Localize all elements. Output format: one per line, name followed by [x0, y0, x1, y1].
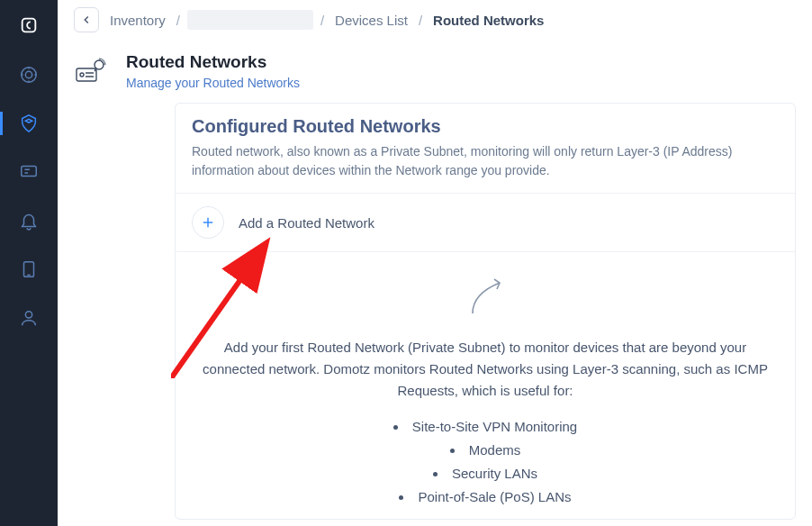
uses-item: Security LANs	[393, 463, 577, 485]
svg-point-5	[25, 312, 32, 318]
empty-state-text: Add your first Routed Network (Private S…	[197, 337, 773, 402]
uses-list: Site-to-Site VPN Monitoring Modems Secur…	[393, 414, 577, 510]
add-routed-network-row[interactable]: Add a Routed Network	[176, 193, 795, 252]
breadcrumb-sep: /	[320, 13, 324, 28]
nav-user[interactable]	[0, 294, 58, 342]
breadcrumb-sep: /	[419, 13, 422, 28]
page-subtitle: Manage your Routed Networks	[126, 76, 300, 90]
add-button-label: Add a Routed Network	[239, 215, 374, 231]
breadcrumb-item[interactable]: Inventory	[106, 9, 169, 32]
card-title: Configured Routed Networks	[192, 116, 779, 137]
svg-rect-3	[22, 167, 37, 177]
back-button[interactable]	[74, 7, 99, 32]
svg-rect-0	[23, 19, 36, 32]
routed-networks-icon	[74, 53, 110, 89]
add-button[interactable]	[192, 206, 224, 239]
nav-alerts[interactable]	[0, 196, 58, 245]
uses-item: Modems	[393, 440, 577, 461]
app-logo	[0, 0, 58, 50]
svg-point-7	[80, 73, 84, 77]
nav-inventory[interactable]	[0, 99, 58, 148]
nav-dashboard[interactable]	[0, 50, 58, 99]
breadcrumb: Inventory / / Devices List / Routed Netw…	[58, 0, 812, 40]
breadcrumb-item-current: Routed Networks	[429, 9, 547, 32]
uses-item: Site-to-Site VPN Monitoring	[393, 416, 577, 438]
svg-point-1	[22, 68, 37, 83]
nav-devices[interactable]	[0, 245, 58, 294]
page-header: Routed Networks Manage your Routed Netwo…	[58, 40, 812, 103]
breadcrumb-item-redacted[interactable]	[187, 10, 313, 30]
empty-state: Add your first Routed Network (Private S…	[176, 252, 795, 519]
svg-point-2	[25, 71, 32, 77]
uses-item: Point-of-Sale (PoS) LANs	[393, 486, 577, 508]
curved-arrow-icon	[464, 274, 507, 317]
breadcrumb-sep: /	[176, 13, 180, 28]
page-title: Routed Networks	[126, 52, 300, 72]
nav-monitor[interactable]	[0, 148, 58, 196]
breadcrumb-item[interactable]: Devices List	[331, 9, 411, 32]
sidebar	[0, 0, 58, 526]
configured-networks-card: Configured Routed Networks Routed networ…	[175, 103, 796, 520]
card-description: Routed network, also known as a Private …	[192, 142, 779, 180]
main-panel: Inventory / / Devices List / Routed Netw…	[58, 0, 812, 526]
